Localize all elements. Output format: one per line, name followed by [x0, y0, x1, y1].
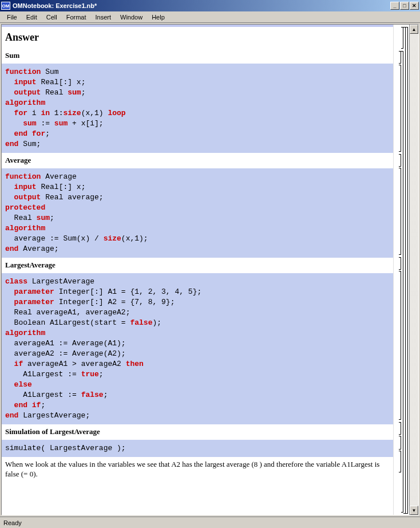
text-cell-result[interactable]: When we look at the values in the variab… — [2, 457, 393, 482]
code-cell-largestaverage[interactable]: class LargestAverage parameter Integer[:… — [2, 273, 393, 424]
minimize-button[interactable]: _ — [390, 2, 399, 10]
content-pane: Answer Sum function Sum input Real[:] x;… — [1, 24, 419, 515]
code-cell-simulate[interactable]: simulate( LargestAverage ); — [2, 440, 393, 457]
close-button[interactable]: ✕ — [410, 2, 419, 10]
menu-help[interactable]: Help — [147, 13, 169, 22]
titlebar-buttons: _ □ ✕ — [390, 2, 419, 10]
statusbar: Ready — [0, 517, 420, 528]
menu-insert[interactable]: Insert — [91, 13, 116, 22]
notebook-body[interactable]: Answer Sum function Sum input Real[:] x;… — [2, 25, 393, 515]
window-title: OMNotebook: Exercise1.nb* — [13, 2, 390, 9]
menu-cell[interactable]: Cell — [42, 13, 62, 22]
menu-edit[interactable]: Edit — [22, 13, 42, 22]
code-cell-average[interactable]: function Average input Real[:] x; output… — [2, 168, 393, 258]
menu-file[interactable]: File — [2, 13, 22, 22]
menu-window[interactable]: Window — [116, 13, 147, 22]
status-text: Ready — [3, 519, 22, 526]
scroll-track[interactable] — [410, 34, 418, 506]
answer-header[interactable]: Answer — [2, 27, 393, 48]
section-header-simulation[interactable]: Simulation of LargestAverage — [2, 424, 393, 440]
maximize-button[interactable]: □ — [400, 2, 409, 10]
scroll-down-button[interactable]: ▼ — [410, 506, 418, 515]
section-header-sum[interactable]: Sum — [2, 48, 393, 64]
vertical-scrollbar[interactable]: ▲ ▼ — [409, 25, 418, 515]
workspace: Answer Sum function Sum input Real[:] x;… — [0, 23, 420, 517]
app-icon: OM — [1, 2, 10, 10]
titlebar: OM OMNotebook: Exercise1.nb* _ □ ✕ — [0, 0, 420, 11]
scroll-up-button[interactable]: ▲ — [410, 25, 418, 34]
section-header-average[interactable]: Average — [2, 153, 393, 168]
cell-brackets[interactable] — [393, 25, 409, 515]
section-header-largestaverage[interactable]: LargestAverage — [2, 258, 393, 273]
menubar: File Edit Cell Format Insert Window Help — [0, 11, 420, 23]
menu-format[interactable]: Format — [62, 13, 91, 22]
code-cell-sum[interactable]: function Sum input Real[:] x; output Rea… — [2, 64, 393, 153]
